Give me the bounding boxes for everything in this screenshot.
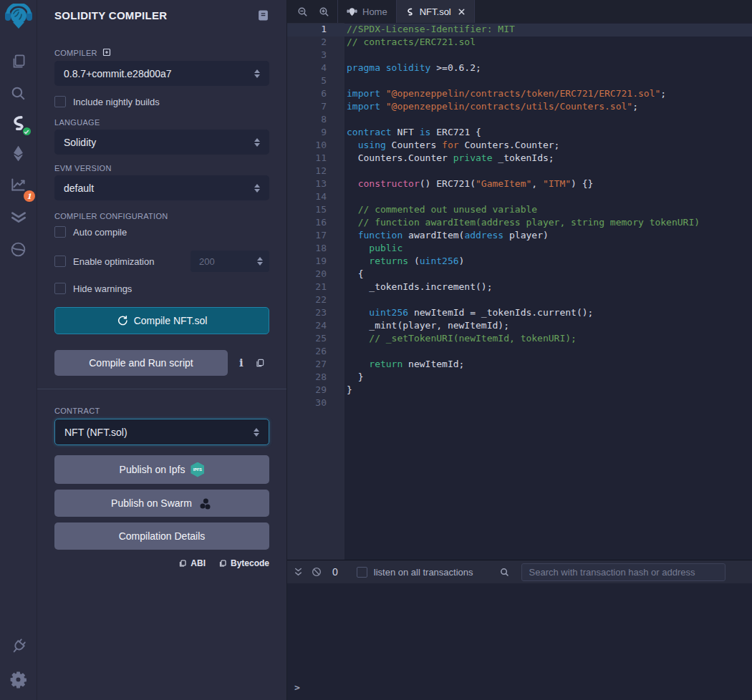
unit-testing-icon[interactable] xyxy=(6,204,31,228)
zoom-in-icon[interactable] xyxy=(313,0,334,23)
copy-bytecode-button[interactable]: Bytecode xyxy=(218,558,269,568)
code-line-2[interactable]: 2// contracts/ERC721.sol xyxy=(287,37,752,49)
copy-abi-button[interactable]: ABI xyxy=(178,558,206,568)
code-line-24[interactable]: 24 _mint(player, newItemId); xyxy=(287,320,752,333)
add-compiler-icon[interactable] xyxy=(102,48,111,58)
include-nightly-checkbox[interactable]: Include nightly builds xyxy=(54,96,269,107)
checkbox-box[interactable] xyxy=(54,96,66,107)
line-number: 21 xyxy=(287,281,344,294)
line-number: 3 xyxy=(287,49,344,62)
terminal-output[interactable]: > xyxy=(287,583,752,700)
evm-section-label: EVM VERSION xyxy=(54,164,269,172)
debugger-icon[interactable] xyxy=(6,237,31,261)
line-number: 5 xyxy=(287,75,344,88)
copy-icon[interactable] xyxy=(255,358,265,368)
code-line-14[interactable]: 14 xyxy=(287,191,752,204)
code-line-23[interactable]: 23 uint256 newItemId = _tokenIds.current… xyxy=(287,307,752,320)
auto-compile-checkbox[interactable]: Auto compile xyxy=(54,226,269,238)
panel-divider xyxy=(37,389,286,389)
line-number: 30 xyxy=(287,397,344,410)
stepper-caret-icon[interactable] xyxy=(257,257,263,266)
remix-logo-icon[interactable] xyxy=(4,4,33,32)
docs-icon[interactable] xyxy=(257,9,269,21)
checkbox-box[interactable] xyxy=(54,226,66,238)
home-icon xyxy=(347,6,357,17)
tab-home[interactable]: Home xyxy=(337,0,396,23)
line-number: 14 xyxy=(287,191,344,204)
listen-all-transactions-checkbox[interactable]: listen on all transactions xyxy=(357,567,473,578)
plugin-manager-icon[interactable] xyxy=(6,634,31,658)
line-content: contract NFT is ERC721 { xyxy=(344,127,481,140)
code-line-28[interactable]: 28 } xyxy=(287,371,752,384)
code-line-9[interactable]: 9contract NFT is ERC721 { xyxy=(287,127,752,140)
publish-ipfs-button[interactable]: Publish on Ipfs IPFS xyxy=(54,455,269,484)
panel-title: SOLIDITY COMPILER xyxy=(54,9,167,21)
file-explorer-icon[interactable] xyxy=(6,49,31,74)
transaction-search-input[interactable] xyxy=(521,563,726,581)
code-line-5[interactable]: 5 xyxy=(287,75,752,88)
code-line-11[interactable]: 11 Counters.Counter private _tokenIds; xyxy=(287,152,752,165)
settings-icon[interactable] xyxy=(6,667,31,691)
deploy-run-icon[interactable] xyxy=(6,141,31,165)
code-line-21[interactable]: 21 _tokenIds.increment(); xyxy=(287,281,752,294)
code-line-27[interactable]: 27 return newItemId; xyxy=(287,359,752,371)
code-line-15[interactable]: 15 // commented out unused variable xyxy=(287,204,752,217)
code-line-7[interactable]: 7import "@openzeppelin/contracts/utils/C… xyxy=(287,101,752,114)
code-line-3[interactable]: 3 xyxy=(287,49,752,62)
code-editor[interactable]: 1//SPDX-License-Identifier: MIT2// contr… xyxy=(287,23,752,560)
info-icon[interactable]: i xyxy=(238,356,245,369)
clear-console-icon[interactable] xyxy=(311,566,322,578)
compile-and-run-button[interactable]: Compile and Run script xyxy=(54,350,228,376)
line-number: 16 xyxy=(287,217,344,230)
checkbox-box[interactable] xyxy=(54,256,66,267)
enable-optimization-checkbox[interactable]: Enable optimization xyxy=(54,256,154,267)
code-line-12[interactable]: 12 xyxy=(287,165,752,178)
publish-swarm-button[interactable]: Publish on Swarm xyxy=(54,490,269,517)
code-line-25[interactable]: 25 // _setTokenURI(newItemId, tokenURI); xyxy=(287,333,752,346)
line-number: 25 xyxy=(287,333,344,346)
evm-version-select[interactable]: default xyxy=(54,175,269,200)
compilation-details-button[interactable]: Compilation Details xyxy=(54,522,269,550)
main-area: Home NFT.sol 1//SPDX-License-Identifier:… xyxy=(286,0,752,700)
code-line-19[interactable]: 19 returns (uint256) xyxy=(287,256,752,268)
hide-warnings-checkbox[interactable]: Hide warnings xyxy=(54,283,269,294)
code-line-13[interactable]: 13 constructor() ERC721("GameItem", "ITM… xyxy=(287,178,752,191)
code-line-4[interactable]: 4pragma solidity >=0.6.2; xyxy=(287,62,752,75)
line-content: return newItemId; xyxy=(344,359,464,371)
code-line-1[interactable]: 1//SPDX-License-Identifier: MIT xyxy=(287,24,752,37)
remix-ide-window: 1 SOL xyxy=(0,0,752,700)
code-line-18[interactable]: 18 public xyxy=(287,243,752,256)
solidity-compiler-icon[interactable] xyxy=(6,111,31,135)
code-line-26[interactable]: 26 xyxy=(287,346,752,359)
line-content: //SPDX-License-Identifier: MIT xyxy=(344,24,515,37)
compile-button[interactable]: Compile NFT.sol xyxy=(54,307,269,334)
code-line-17[interactable]: 17 function awardItem(address player) xyxy=(287,230,752,243)
select-caret-icon xyxy=(254,69,260,78)
compiler-version-select[interactable]: 0.8.7+commit.e28d00a7 xyxy=(54,61,269,86)
search-icon[interactable] xyxy=(6,81,31,105)
tab-nft-sol[interactable]: NFT.sol xyxy=(396,0,475,23)
line-content: // commented out unused variable xyxy=(344,204,537,217)
line-content xyxy=(344,397,347,410)
code-line-22[interactable]: 22 xyxy=(287,294,752,307)
contract-section-label: CONTRACT xyxy=(54,407,269,415)
code-line-20[interactable]: 20 { xyxy=(287,268,752,281)
line-content: using Counters for Counters.Counter; xyxy=(344,140,559,152)
expand-terminal-icon[interactable] xyxy=(293,567,304,578)
line-content: constructor() ERC721("GameItem", "ITM") … xyxy=(344,178,593,191)
analytics-icon[interactable]: 1 xyxy=(6,172,31,197)
code-line-10[interactable]: 10 using Counters for Counters.Counter; xyxy=(287,140,752,152)
checkbox-box[interactable] xyxy=(54,283,66,294)
code-line-29[interactable]: 29} xyxy=(287,384,752,397)
zoom-out-icon[interactable] xyxy=(291,0,313,23)
line-content xyxy=(344,346,347,359)
close-tab-icon[interactable] xyxy=(458,8,466,16)
code-line-6[interactable]: 6import "@openzeppelin/contracts/token/E… xyxy=(287,88,752,101)
code-line-16[interactable]: 16 // function awardItem(address player,… xyxy=(287,217,752,230)
code-line-30[interactable]: 30 xyxy=(287,397,752,410)
contract-select[interactable]: NFT (NFT.sol) xyxy=(54,419,269,445)
language-select[interactable]: Solidity xyxy=(54,130,269,155)
line-content: { xyxy=(344,268,363,281)
checkbox-box[interactable] xyxy=(357,567,367,578)
code-line-8[interactable]: 8 xyxy=(287,114,752,127)
